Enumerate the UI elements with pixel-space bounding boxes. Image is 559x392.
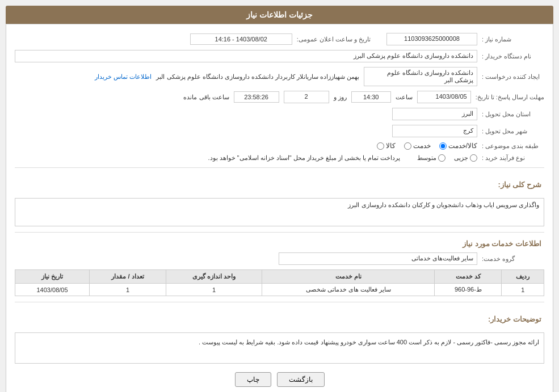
services-table-body: 1 ط-96-960 سایر فعالیت های خدماتی شخصی 1… bbox=[15, 284, 544, 296]
table-row: 1 ط-96-960 سایر فعالیت های خدماتی شخصی 1… bbox=[15, 284, 544, 296]
category-kala-label: کالا bbox=[386, 142, 396, 150]
purchase-motavasset-label: متوسط bbox=[417, 154, 436, 162]
category-khedmat-radio[interactable] bbox=[404, 142, 411, 150]
city-label: شهر محل تحویل : bbox=[482, 128, 544, 135]
reply-time: 14:30 bbox=[351, 91, 391, 103]
cell-unit: 1 bbox=[166, 284, 262, 296]
category-kala-khedmat-label: کالا/خدمت bbox=[448, 142, 477, 150]
category-option-kala-khedmat[interactable]: کالا/خدمت bbox=[439, 142, 477, 150]
purchase-option-motavasset[interactable]: متوسط bbox=[417, 154, 445, 162]
cell-date: 1403/08/05 bbox=[15, 284, 90, 296]
col-unit: واحد اندازه گیری bbox=[166, 270, 262, 284]
services-table-head: ردیف کد خدمت نام خدمت واحد اندازه گیری ت… bbox=[15, 270, 544, 284]
row-city: شهر محل تحویل : کرج bbox=[15, 125, 544, 137]
general-description-label: شرح کلی نیاز: bbox=[487, 180, 544, 189]
province-label: استان محل تحویل : bbox=[482, 111, 544, 118]
purchase-jozii-radio[interactable] bbox=[470, 154, 477, 162]
services-section-title: اطلاعات خدمات مورد نیاز bbox=[15, 239, 544, 248]
cell-service-name: سایر فعالیت های خدماتی شخصی bbox=[262, 284, 435, 296]
purchase-option-jozii[interactable]: جزیی bbox=[454, 154, 477, 162]
reply-date: 1403/08/05 bbox=[417, 91, 471, 103]
page-header: جزئیات اطلاعات نیاز bbox=[6, 6, 553, 24]
buttons-row: بازگشت چاپ bbox=[15, 372, 544, 387]
row-buyer-org: نام دستگاه خریدار : دانشکده داروسازی دان… bbox=[15, 50, 544, 62]
services-table: ردیف کد خدمت نام خدمت واحد اندازه گیری ت… bbox=[15, 269, 544, 296]
notes-label: توضیحات خریدار: bbox=[487, 315, 544, 323]
cell-service-code: ط-96-960 bbox=[435, 284, 502, 296]
cell-quantity: 1 bbox=[90, 284, 166, 296]
row-province: استان محل تحویل : البرز bbox=[15, 108, 544, 120]
reply-days: 2 bbox=[284, 91, 329, 103]
row-purchase-type: نوع فرآیند خرید : جزیی متوسط پرداخت تمام… bbox=[15, 154, 544, 162]
purchase-jozii-label: جزیی bbox=[454, 154, 468, 162]
notes-value: ارائه مجوز رسمی -فاکتور رسمی - لازم به ذ… bbox=[15, 332, 544, 364]
purchase-motavasset-radio[interactable] bbox=[438, 154, 445, 162]
divider-3 bbox=[15, 302, 544, 302]
requester-value: دانشکده داروسازی دانشگاه علوم پزشکی البر bbox=[364, 67, 477, 86]
service-group-label: گروه خدمت: bbox=[482, 255, 544, 263]
table-header-row: ردیف کد خدمت نام خدمت واحد اندازه گیری ت… bbox=[15, 270, 544, 284]
row-general-desc: شرح کلی نیاز: واگذاری سرویس ایاب وذهاب د… bbox=[15, 174, 544, 226]
contact-link[interactable]: اطلاعات تماس خریدار bbox=[95, 73, 152, 81]
purchase-note: پرداخت تمام یا بخشی از مبلغ خریداز محل "… bbox=[208, 154, 400, 162]
row-category: طبقه بندی موضوعی : کالا خدمت کالا/خدمت bbox=[15, 142, 544, 150]
main-content: شماره نیاز : 1103093625000008 تاریخ و سا… bbox=[6, 24, 553, 392]
remaining-label: ساعت باقی مانده bbox=[183, 94, 229, 101]
category-label: طبقه بندی موضوعی : bbox=[482, 142, 544, 150]
category-khedmat-label: خدمت bbox=[413, 142, 431, 150]
col-service-name: نام خدمت bbox=[262, 270, 435, 284]
province-value: البرز bbox=[392, 108, 477, 120]
row-requester: ایجاد کننده درخواست : دانشکده داروسازی د… bbox=[15, 67, 544, 86]
category-kala-khedmat-radio[interactable] bbox=[439, 142, 447, 150]
announcement-time-value: 1403/08/02 - 14:16 bbox=[190, 33, 292, 45]
remaining-time: 23:58:26 bbox=[234, 91, 279, 103]
back-button[interactable]: بازگشت bbox=[277, 372, 325, 387]
requester-label: ایجاد کننده درخواست : bbox=[482, 73, 544, 81]
divider-1 bbox=[15, 167, 544, 168]
buyer-org-value: دانشکده داروسازی دانشگاه علوم پزشکی البر… bbox=[15, 50, 477, 62]
announcement-time-label: تاریخ و ساعت اعلان عمومی: bbox=[297, 36, 371, 43]
row-request-number: شماره نیاز : 1103093625000008 تاریخ و سا… bbox=[15, 33, 544, 45]
category-radio-group: کالا خدمت کالا/خدمت bbox=[377, 142, 477, 150]
request-number-value: 1103093625000008 bbox=[386, 33, 477, 45]
general-description-value: واگذاری سرویس ایاب وذهاب دانشجویان و کار… bbox=[15, 198, 544, 226]
reply-time-label: ساعت bbox=[396, 94, 413, 101]
reply-deadline-label: مهلت ارسال پاسخ: تا تاریخ: bbox=[476, 94, 544, 101]
page-container: جزئیات اطلاعات نیاز شماره نیاز : 1103093… bbox=[0, 0, 559, 392]
col-quantity: تعداد / مقدار bbox=[90, 270, 166, 284]
page-title: جزئیات اطلاعات نیاز bbox=[246, 10, 313, 19]
category-option-kala[interactable]: کالا bbox=[377, 142, 396, 150]
cell-row-num: 1 bbox=[502, 284, 544, 296]
requester-detail: بهمن شهباززاده ساریانلار کاربردار دانشکد… bbox=[156, 73, 359, 81]
row-notes: توضیحات خریدار: ارائه مجوز رسمی -فاکتور … bbox=[15, 308, 544, 364]
col-row-num: ردیف bbox=[502, 270, 544, 284]
purchase-type-label: نوع فرآیند خرید : bbox=[482, 154, 544, 162]
row-reply-deadline: مهلت ارسال پاسخ: تا تاریخ: 1403/08/05 سا… bbox=[15, 91, 544, 103]
request-number-label: شماره نیاز : bbox=[482, 36, 544, 43]
purchase-type-group: جزیی متوسط پرداخت تمام یا بخشی از مبلغ خ… bbox=[208, 154, 477, 162]
category-kala-radio[interactable] bbox=[377, 142, 384, 150]
category-option-khedmat[interactable]: خدمت bbox=[404, 142, 431, 150]
col-service-code: کد خدمت bbox=[435, 270, 502, 284]
row-service-group: گروه خدمت: سایر فعالیت‌های خدماتی bbox=[15, 252, 544, 265]
buyer-org-label: نام دستگاه خریدار : bbox=[482, 53, 544, 60]
service-group-value: سایر فعالیت‌های خدماتی bbox=[279, 252, 477, 265]
city-value: کرج bbox=[392, 125, 477, 137]
print-button[interactable]: چاپ bbox=[235, 372, 271, 387]
divider-2 bbox=[15, 232, 544, 233]
reply-day-label: روز و bbox=[334, 94, 347, 101]
col-date: تاریخ نیاز bbox=[15, 270, 90, 284]
